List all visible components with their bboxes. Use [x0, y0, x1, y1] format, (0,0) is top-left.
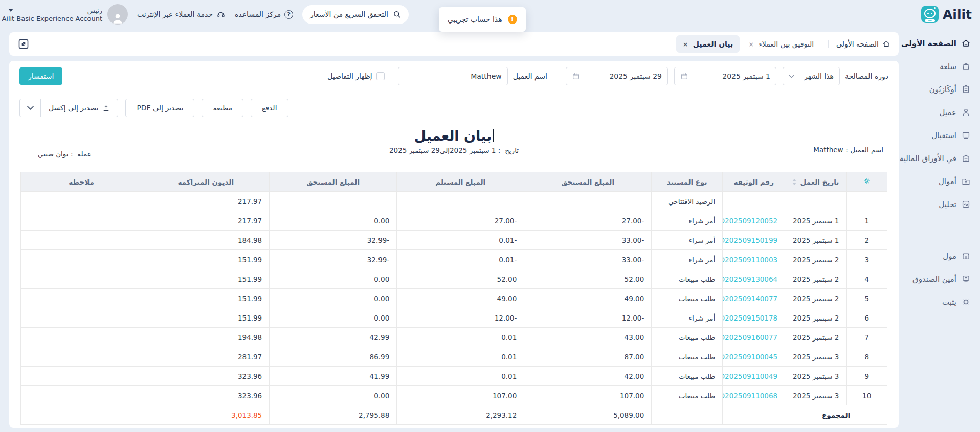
cell-owed: 42.99 — [270, 328, 397, 347]
fullscreen-button[interactable] — [17, 38, 30, 50]
tab-customer-reconciliation[interactable]: التوفيق بين العملاء × — [742, 35, 820, 53]
report-date-line: تاريخ ：1 سبتمبر 2025إلى29 سبتمبر 2025 — [389, 145, 519, 156]
header-amount-received: المبلغ المستلم — [397, 172, 524, 192]
sidebar-item-customer[interactable]: عميل — [899, 101, 971, 124]
search-placeholder: التحقق السريع من الأسعار — [310, 10, 388, 18]
gear-icon — [961, 297, 971, 307]
date-from-input[interactable]: 1 سبتمبر 2025 — [674, 67, 776, 85]
statement-table: تاريخ العمل رقم الوثيقة نوع المستند المب… — [20, 172, 887, 425]
cell-balance: 217.97 — [142, 211, 270, 231]
row-number: 2 — [847, 231, 887, 250]
app-logo[interactable]: intl Ailit — [921, 6, 972, 23]
cell-doc: JHD202509150199 — [723, 231, 785, 250]
statement-table-body: الرصيد الافتتاحي 217.97 11 سبتمبر 2025JH… — [21, 192, 887, 405]
row-number: 1 — [847, 211, 887, 231]
close-icon[interactable]: × — [683, 41, 688, 48]
cell-due: 49.00 — [524, 289, 652, 308]
print-label: مطبعة — [213, 104, 232, 112]
row-number — [847, 192, 887, 211]
header-document-number: رقم الوثيقة — [723, 172, 785, 192]
export-pdf-button[interactable]: تصدير إلى PDF — [125, 99, 194, 117]
show-details-toggle[interactable]: إظهار التفاصيل — [327, 72, 384, 80]
clipboard-icon — [961, 84, 971, 94]
cell-balance: 151.99 — [142, 289, 270, 308]
row-number: 8 — [847, 347, 887, 367]
customer-name-input[interactable] — [398, 67, 508, 85]
opening-balance-row: الرصيد الافتتاحي 217.97 — [21, 192, 887, 211]
cell-due: 42.00 — [524, 367, 652, 386]
sidebar-item-securities[interactable]: في الأوراق المالية — [899, 147, 971, 170]
export-pdf-label: تصدير إلى PDF — [137, 104, 183, 112]
document-link[interactable]: JHD202509150199 — [723, 236, 777, 244]
header-work-date[interactable]: تاريخ العمل — [785, 172, 847, 192]
sidebar-item-reception[interactable]: استقبال — [899, 124, 971, 147]
cell-owed — [270, 192, 397, 211]
document-link[interactable]: JHD202509110003 — [723, 256, 777, 264]
cell-note — [21, 328, 142, 347]
account-menu[interactable]: رئيس Ailit Basic Experience Account — [8, 7, 102, 22]
logo-text: Ailit — [943, 7, 972, 22]
sort-icon[interactable] — [792, 179, 796, 185]
document-link[interactable]: XSD202509130064 — [723, 275, 777, 283]
column-settings-header[interactable] — [847, 172, 887, 192]
sidebar-item-promotions[interactable]: أوكَازيُون — [899, 78, 971, 101]
tab-home[interactable]: الصفحة الأولى — [836, 40, 890, 48]
cell-due: -12.00 — [524, 308, 652, 328]
sidebar-item-label: استقبال — [931, 131, 956, 140]
document-link[interactable]: XSD202509110049 — [723, 372, 777, 380]
cell-balance: 184.98 — [142, 231, 270, 250]
cell-doc — [723, 192, 785, 211]
export-excel-label: تصدير إلى إكسل — [49, 104, 98, 112]
close-icon[interactable]: × — [748, 41, 754, 48]
document-link[interactable]: JHD202509120052 — [723, 217, 777, 225]
cell-doc: XSD202509110068 — [723, 386, 785, 405]
period-select[interactable]: هذا الشهر — [783, 67, 840, 85]
caret-down-icon — [8, 9, 13, 12]
cell-type: طلب مبيعات — [652, 347, 723, 367]
tab-label: الصفحة الأولى — [836, 40, 879, 48]
document-link[interactable]: XSD202509110068 — [723, 392, 777, 400]
sidebar-item-cashier[interactable]: أمين الصندوق — [899, 267, 971, 290]
cell-received: 107.00 — [397, 386, 524, 405]
online-service-link[interactable]: خدمة العملاء عبر الإنترنت — [137, 10, 226, 19]
print-button[interactable]: مطبعة — [202, 99, 243, 117]
sidebar-item-mall[interactable]: مول — [899, 244, 971, 267]
table-row: 103 سبتمبر 2025XSD202509110068طلب مبيعات… — [21, 386, 887, 405]
sidebar-item-goods[interactable]: سلعة — [899, 55, 971, 78]
cell-date: 2 سبتمبر 2025 — [785, 308, 847, 328]
header-amount-owed: المبلغ المستحق — [270, 172, 397, 192]
help-center-label: مركز المساعدة — [235, 10, 281, 18]
cell-doc: XSD202509140077 — [723, 289, 785, 308]
date-to-input[interactable]: 29 سبتمبر 2025 — [566, 67, 668, 85]
cell-date: 3 سبتمبر 2025 — [785, 347, 847, 367]
export-excel-dropdown[interactable] — [19, 99, 41, 117]
cell-note — [21, 211, 142, 231]
row-number: 10 — [847, 386, 887, 405]
sidebar-item-home[interactable]: الصفحة الأولى — [899, 32, 971, 55]
ailit-logo-icon: intl — [921, 6, 939, 23]
sidebar-item-analysis[interactable]: تحليل — [899, 193, 971, 216]
tab-label: التوفيق بين العملاء — [759, 40, 814, 48]
storefront-icon — [961, 251, 971, 261]
checkbox-icon[interactable] — [376, 72, 385, 80]
content-area: الصفحة الأولى التوفيق بين العملاء × بيان… — [0, 29, 899, 432]
document-link[interactable]: XSD202509140077 — [723, 294, 777, 303]
tab-customer-statement[interactable]: بيان العميل × — [676, 35, 740, 53]
document-link[interactable]: XSD202509100045 — [723, 353, 777, 361]
period-label: دورة المصالحة — [845, 72, 888, 80]
query-button[interactable]: استفسار — [19, 67, 62, 85]
sidebar-item-settings[interactable]: يثبت — [899, 290, 971, 313]
sidebar-item-label: في الأوراق المالية — [900, 154, 956, 163]
row-number: 5 — [847, 289, 887, 308]
export-excel-button[interactable]: تصدير إلى إكسل — [40, 99, 118, 117]
document-link[interactable]: JHD202509150178 — [723, 314, 777, 322]
avatar[interactable] — [107, 4, 128, 25]
sidebar-item-funds[interactable]: أموال — [899, 170, 971, 193]
quick-price-check-search[interactable]: التحقق السريع من الأسعار — [302, 5, 409, 24]
help-center-link[interactable]: ? مركز المساعدة — [235, 10, 293, 19]
pay-button[interactable]: الدفع — [251, 99, 288, 117]
cell-date: 2 سبتمبر 2025 — [785, 250, 847, 269]
document-link[interactable]: XSD202509160077 — [723, 333, 777, 342]
header-amount-due: المبلغ المستحق — [524, 172, 652, 192]
cell-due — [524, 192, 652, 211]
